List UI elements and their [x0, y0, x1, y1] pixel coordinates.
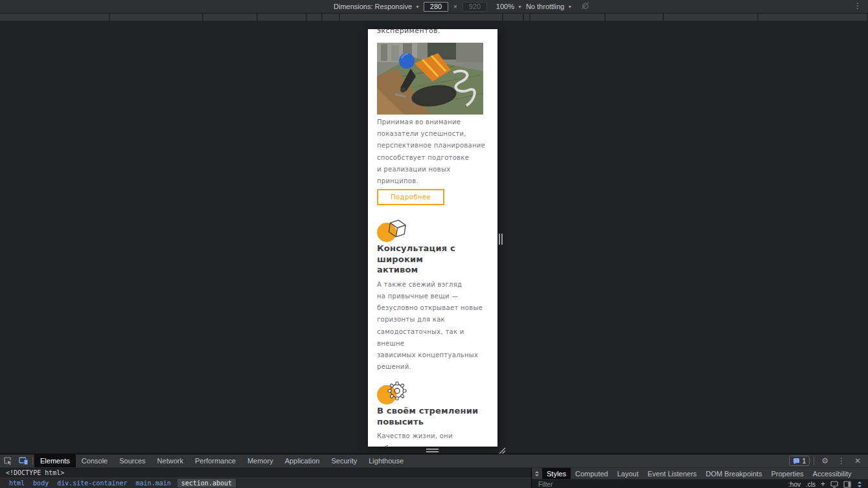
viewport-width-input[interactable]	[424, 2, 448, 12]
clipped-paragraph-line: экспериментов.	[377, 29, 497, 36]
toggle-element-state-button[interactable]: :hov	[788, 481, 801, 488]
tab-properties[interactable]: Properties	[766, 468, 808, 479]
media-query-segment[interactable]	[759, 14, 867, 21]
media-query-segment[interactable]	[524, 14, 529, 21]
resize-handle-bottom[interactable]	[426, 449, 439, 452]
doctype-text: <!DOCTYPE html>	[6, 469, 64, 476]
throttling-dropdown[interactable]: No throttling ▼	[526, 3, 572, 10]
tab-console[interactable]: Console	[76, 454, 113, 467]
dimensions-dropdown[interactable]: Dimensions: Responsive ▼	[334, 3, 420, 10]
rotate-viewport-icon[interactable]	[581, 1, 589, 12]
breadcrumb-main[interactable]: main.main	[136, 480, 171, 487]
media-query-segment[interactable]	[323, 14, 339, 21]
inspect-element-icon[interactable]	[0, 454, 16, 467]
tab-styles[interactable]: Styles	[542, 468, 571, 479]
element-classes-button[interactable]: .cls	[806, 481, 816, 488]
device-toolbar-toggle-icon[interactable]	[16, 454, 31, 467]
tab-lighthouse[interactable]: Lighthouse	[363, 454, 409, 467]
media-query-segment[interactable]	[258, 14, 306, 21]
media-query-segment[interactable]	[531, 14, 604, 21]
new-style-rule-button[interactable]: +	[821, 480, 825, 488]
computed-styles-panel-icon[interactable]	[843, 481, 851, 488]
device-viewport: экспериментов. Принимая	[368, 29, 497, 447]
tab-layout[interactable]: Layout	[613, 468, 643, 479]
sidebar-collapse-icon[interactable]	[532, 467, 542, 480]
close-icon[interactable]: ✕	[851, 457, 864, 465]
dom-tree-node[interactable]: <!DOCTYPE html>	[0, 468, 531, 478]
kebab-menu-icon[interactable]: ⋮	[854, 1, 862, 10]
zoom-value: 100%	[496, 3, 514, 10]
devtools-tab-bar: Elements Console Sources Network Perform…	[0, 454, 868, 468]
issues-icon	[793, 458, 800, 465]
gear-icon	[377, 381, 409, 405]
toolbar-divider	[814, 457, 814, 465]
issues-count: 1	[803, 458, 806, 465]
chevron-down-icon: ▼	[518, 5, 522, 9]
breadcrumb-body[interactable]: body	[33, 480, 49, 487]
issues-button[interactable]: 1	[789, 456, 810, 466]
media-query-bar	[0, 14, 868, 21]
article-paragraph: Принимая во внимание показатели успешнос…	[377, 116, 491, 187]
breadcrumb-site-container[interactable]: div.site-container	[57, 480, 127, 487]
feature-paragraph: Качество жизни, они забывают, что сплочё…	[377, 430, 491, 447]
device-mode-toolbar: Dimensions: Responsive ▼ × 100% ▼ No thr…	[0, 0, 868, 14]
tab-memory[interactable]: Memory	[242, 454, 279, 467]
viewport-height-input[interactable]	[463, 2, 487, 12]
media-query-segment[interactable]	[664, 14, 757, 21]
styles-filter-input[interactable]	[537, 480, 783, 488]
tab-sources[interactable]: Sources	[113, 454, 151, 467]
media-query-segment[interactable]	[503, 14, 523, 21]
tab-dom-breakpoints[interactable]: DOM Breakpoints	[702, 468, 767, 479]
media-query-segment[interactable]	[307, 14, 321, 21]
breadcrumb: html body div.site-container main.main s…	[0, 478, 531, 488]
chevron-down-icon: ▼	[415, 5, 420, 9]
tab-performance[interactable]: Performance	[189, 454, 242, 467]
toolbar-divider	[32, 457, 33, 465]
feature-title: Консультация с широким активом	[377, 243, 494, 276]
dimensions-label: Dimensions: Responsive	[334, 3, 412, 10]
devtools-window: Dimensions: Responsive ▼ × 100% ▼ No thr…	[0, 0, 868, 488]
construction-photo	[377, 43, 483, 115]
styles-toolbar: :hov .cls +	[532, 480, 868, 488]
tab-computed[interactable]: Computed	[571, 468, 613, 479]
sidebar-tab-bar: Styles Computed Layout Event Listeners D…	[532, 468, 868, 480]
media-query-segment[interactable]	[340, 14, 502, 21]
cube-icon	[377, 219, 409, 242]
kebab-menu-icon[interactable]: ⋮	[834, 457, 849, 465]
tab-elements[interactable]: Elements	[34, 454, 76, 467]
feature-paragraph: А также свежий взгляд на привычные вещи …	[377, 279, 491, 373]
devtools-dock: Elements Console Sources Network Perform…	[0, 454, 868, 488]
settings-gear-icon[interactable]: ⚙	[818, 457, 832, 465]
tab-accessibility[interactable]: Accessibility	[808, 468, 856, 479]
media-query-segment[interactable]	[606, 14, 663, 21]
more-button[interactable]: Подробнее	[377, 189, 444, 205]
rendering-emulations-icon[interactable]	[830, 481, 838, 488]
zoom-dropdown[interactable]: 100% ▼	[496, 3, 522, 10]
tab-event-listeners[interactable]: Event Listeners	[643, 468, 702, 479]
tab-network[interactable]: Network	[152, 454, 189, 467]
chevron-down-icon: ▼	[567, 5, 572, 9]
throttling-value: No throttling	[526, 3, 564, 10]
media-query-segment[interactable]	[0, 14, 109, 21]
resize-handle-right[interactable]	[499, 234, 503, 245]
elements-panel: <!DOCTYPE html> html body div.site-conta…	[0, 468, 531, 488]
styles-sidebar: Styles Computed Layout Event Listeners D…	[532, 468, 868, 488]
breadcrumb-html[interactable]: html	[9, 480, 25, 487]
dimensions-times-label: ×	[453, 3, 457, 10]
tab-security[interactable]: Security	[325, 454, 363, 467]
expand-collapse-icon[interactable]	[856, 481, 863, 488]
breadcrumb-section-about[interactable]: section.about	[177, 479, 236, 487]
media-query-segment[interactable]	[110, 14, 202, 21]
feature-title: В своём стремлении повысить	[377, 406, 494, 427]
tab-application[interactable]: Application	[279, 454, 326, 467]
media-query-segment[interactable]	[203, 14, 257, 21]
